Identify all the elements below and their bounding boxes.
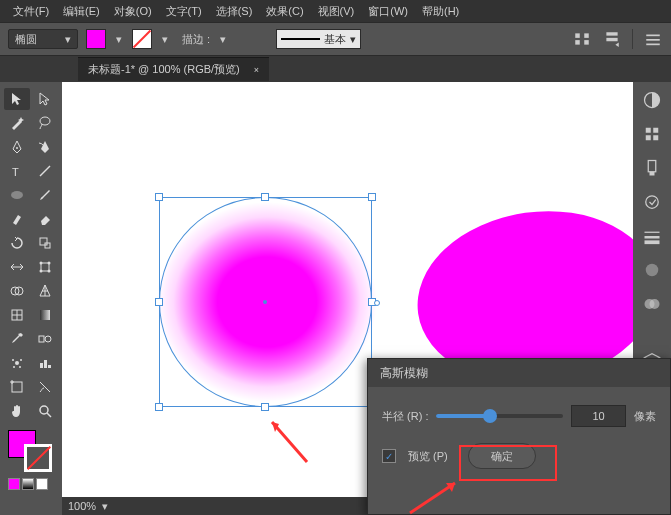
brushes-panel-icon[interactable] <box>642 158 662 178</box>
ellipse-tool[interactable] <box>4 184 30 206</box>
svg-rect-27 <box>39 336 44 342</box>
align-icon[interactable] <box>572 29 592 49</box>
selection-tool[interactable] <box>4 88 30 110</box>
handle-top-right[interactable] <box>368 193 376 201</box>
scale-tool[interactable] <box>32 232 58 254</box>
slider-thumb[interactable] <box>483 409 497 423</box>
zoom-level[interactable]: 100% <box>68 500 96 512</box>
hand-tool[interactable] <box>4 400 30 422</box>
svg-rect-1 <box>584 33 589 38</box>
menu-window[interactable]: 窗口(W) <box>361 4 415 19</box>
fill-dropdown[interactable]: ▾ <box>114 33 124 46</box>
column-graph-tool[interactable] <box>32 352 58 374</box>
tab-title: 未标题-1* @ 100% (RGB/预览) <box>88 62 240 77</box>
stroke-indicator[interactable] <box>24 444 52 472</box>
handle-top-left[interactable] <box>155 193 163 201</box>
stroke-profile[interactable]: 基本▾ <box>276 29 361 49</box>
svg-rect-47 <box>646 135 651 140</box>
document-tab[interactable]: 未标题-1* @ 100% (RGB/预览) × <box>78 57 269 81</box>
rotate-tool[interactable] <box>4 232 30 254</box>
pen-tool[interactable] <box>4 136 30 158</box>
swatches-panel-icon[interactable] <box>642 124 662 144</box>
symbol-tool[interactable] <box>4 352 30 374</box>
symbols-panel-icon[interactable] <box>642 192 662 212</box>
menu-object[interactable]: 对象(O) <box>107 4 159 19</box>
svg-rect-35 <box>44 360 47 368</box>
menu-file[interactable]: 文件(F) <box>6 4 56 19</box>
mesh-tool[interactable] <box>4 304 30 326</box>
artboard-tool[interactable] <box>4 376 30 398</box>
tool-name-display[interactable]: 椭圆▾ <box>8 29 78 49</box>
fill-stroke-indicator[interactable] <box>4 430 58 472</box>
preview-checkbox[interactable] <box>382 449 396 463</box>
svg-point-18 <box>48 262 51 265</box>
eyedropper-tool[interactable] <box>4 328 30 350</box>
document-tabs: 未标题-1* @ 100% (RGB/预览) × <box>0 56 671 82</box>
magic-wand-tool[interactable] <box>4 112 30 134</box>
svg-point-32 <box>13 366 15 368</box>
perspective-tool[interactable] <box>32 280 58 302</box>
line-tool[interactable] <box>32 160 58 182</box>
svg-point-10 <box>16 147 18 149</box>
svg-rect-37 <box>12 382 22 392</box>
stroke-swatch[interactable] <box>132 29 152 49</box>
blend-tool[interactable] <box>32 328 58 350</box>
color-mode-none[interactable] <box>36 478 48 490</box>
paintbrush-tool[interactable] <box>32 184 58 206</box>
svg-rect-36 <box>48 365 51 368</box>
svg-point-13 <box>11 191 23 199</box>
svg-line-60 <box>410 483 455 513</box>
width-tool[interactable] <box>4 256 30 278</box>
arrange-icon[interactable] <box>602 29 622 49</box>
svg-rect-26 <box>40 310 50 320</box>
free-transform-tool[interactable] <box>32 256 58 278</box>
menu-select[interactable]: 选择(S) <box>209 4 260 19</box>
zoom-dropdown[interactable]: ▾ <box>102 500 108 513</box>
gradient-panel-icon[interactable] <box>642 260 662 280</box>
type-tool[interactable]: T <box>4 160 30 182</box>
options-bar: 椭圆▾ ▾ ▾ 描边 : ▾ 基本▾ <box>0 22 671 56</box>
color-panel-icon[interactable] <box>642 90 662 110</box>
handle-mid-left[interactable] <box>155 298 163 306</box>
selection-center <box>263 300 267 304</box>
ellipse-widget-right[interactable] <box>374 300 380 306</box>
stroke-panel-icon[interactable] <box>642 226 662 246</box>
main-menu-bar: 文件(F) 编辑(E) 对象(O) 文字(T) 选择(S) 效果(C) 视图(V… <box>0 0 671 22</box>
transparency-panel-icon[interactable] <box>642 294 662 314</box>
svg-point-33 <box>19 366 21 368</box>
menu-edit[interactable]: 编辑(E) <box>56 4 107 19</box>
radius-unit: 像素 <box>634 409 656 424</box>
shaper-tool[interactable] <box>4 208 30 230</box>
eraser-tool[interactable] <box>32 208 58 230</box>
zoom-tool[interactable] <box>32 400 58 422</box>
handle-top-mid[interactable] <box>261 193 269 201</box>
stroke-weight-dropdown[interactable]: ▾ <box>218 33 228 46</box>
svg-rect-45 <box>646 128 651 133</box>
radius-input[interactable]: 10 <box>571 405 626 427</box>
stroke-label: 描边 : <box>182 32 210 47</box>
menu-text[interactable]: 文字(T) <box>159 4 209 19</box>
menu-effect[interactable]: 效果(C) <box>259 4 310 19</box>
color-mode-gradient[interactable] <box>22 478 34 490</box>
radius-slider[interactable] <box>436 414 563 418</box>
svg-rect-34 <box>40 363 43 368</box>
color-mode-solid[interactable] <box>8 478 20 490</box>
shape-builder-tool[interactable] <box>4 280 30 302</box>
stroke-dropdown[interactable]: ▾ <box>160 33 170 46</box>
preview-label: 预览 (P) <box>408 449 448 464</box>
curvature-tool[interactable] <box>32 136 58 158</box>
svg-rect-16 <box>41 263 49 271</box>
handle-bottom-mid[interactable] <box>261 403 269 411</box>
svg-rect-50 <box>650 172 655 176</box>
annotation-arrow-2 <box>400 478 470 515</box>
menu-icon[interactable] <box>643 29 663 49</box>
close-tab-icon[interactable]: × <box>254 65 259 75</box>
handle-bottom-left[interactable] <box>155 403 163 411</box>
lasso-tool[interactable] <box>32 112 58 134</box>
direct-select-tool[interactable] <box>32 88 58 110</box>
fill-swatch[interactable] <box>86 29 106 49</box>
slice-tool[interactable] <box>32 376 58 398</box>
menu-help[interactable]: 帮助(H) <box>415 4 466 19</box>
gradient-tool[interactable] <box>32 304 58 326</box>
menu-view[interactable]: 视图(V) <box>311 4 362 19</box>
